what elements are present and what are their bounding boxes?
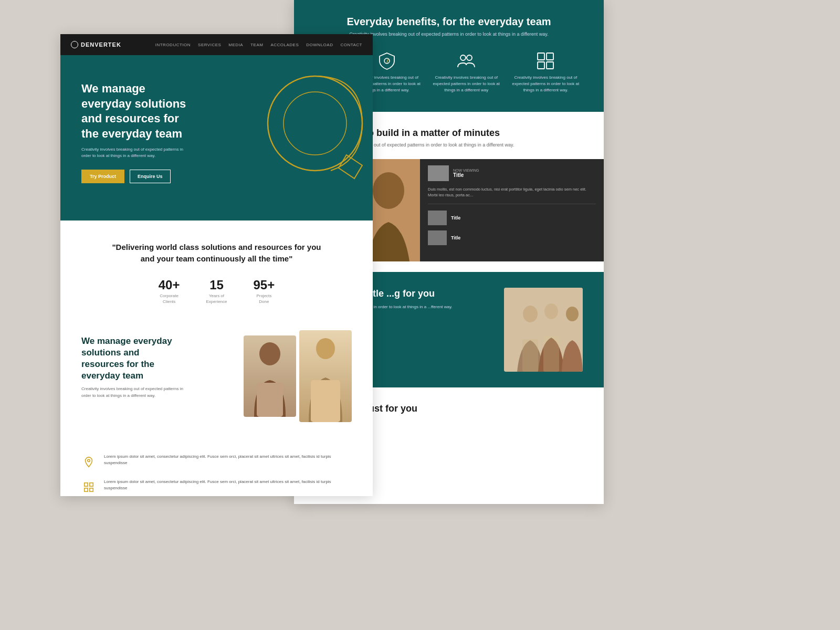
svg-rect-10 — [90, 488, 93, 491]
now-viewing-title: Title — [453, 172, 479, 178]
playlist-item-1-title: Title — [451, 215, 460, 220]
stat-experience-label1: Years of — [206, 293, 227, 298]
hero-subtitle: Creativity involves breaking out of expe… — [81, 146, 192, 159]
hero-title: We manage everyday solutions and resourc… — [81, 81, 197, 141]
logo-text: DENVERTEK — [81, 41, 121, 48]
svg-rect-8 — [90, 482, 93, 486]
nav-download[interactable]: DOWNLOAD — [306, 43, 333, 47]
stat-experience: 15 Years of Experience — [206, 278, 227, 304]
benefits-title: Everyday benefits, for the everyday team — [315, 16, 583, 28]
playlist-item-1[interactable]: Title — [428, 211, 596, 225]
stat-projects-number: 95+ — [254, 278, 275, 292]
svg-rect-3 — [257, 383, 283, 417]
person-silhouette-2 — [299, 330, 352, 422]
svg-rect-5 — [311, 380, 340, 422]
team-section: We manage everyday solutions and resourc… — [60, 320, 373, 443]
hero-buttons: Try Product Enquire Us — [81, 170, 352, 183]
svg-rect-21 — [547, 62, 553, 69]
stat-clients-label1: Corporate — [159, 293, 180, 298]
playlist-now-viewing: NOW VIEWING Title — [428, 165, 596, 181]
svg-point-17 — [467, 55, 472, 60]
stat-projects-label1: Projects — [254, 293, 275, 298]
nav-services[interactable]: SERVICES — [198, 43, 221, 47]
svg-point-23 — [373, 172, 404, 209]
team-text: We manage everyday solutions and resourc… — [81, 335, 228, 400]
nav-accolades[interactable]: ACCOLADES — [270, 43, 299, 47]
quote-section: "Delivering world class solutions and re… — [60, 220, 373, 320]
playlist-item-2[interactable]: Title — [428, 230, 596, 245]
video-playlist: NOW VIEWING Title Duis mollis, est non c… — [420, 159, 604, 261]
playlist-item-1-thumb — [428, 211, 447, 225]
stat-experience-label2: Experience — [206, 299, 227, 304]
svg-rect-30 — [522, 339, 538, 372]
svg-point-6 — [88, 459, 90, 461]
playlist-description: Duis mollis, est non commodo luctus, nis… — [428, 186, 596, 204]
logo-icon — [71, 41, 78, 48]
grid-icon — [81, 480, 96, 495]
team-subtitle: Creativity involves breaking out of expe… — [81, 386, 186, 400]
team-title: We manage everyday solutions and resourc… — [81, 335, 176, 382]
stat-projects: 95+ Projects Done — [254, 278, 275, 304]
playlist-item-2-title: Title — [451, 235, 460, 240]
stat-projects-label2: Done — [254, 299, 275, 304]
dashboard-icon — [536, 51, 555, 70]
svg-rect-20 — [538, 62, 544, 69]
quote-text: "Delivering world class solutions and re… — [112, 242, 322, 265]
nav-contact[interactable]: CONTACT — [340, 43, 362, 47]
hero-section: We manage everyday solutions and resourc… — [60, 55, 373, 220]
stat-experience-number: 15 — [206, 278, 227, 292]
prepared-people-image — [504, 288, 583, 372]
logo: DENVERTEK — [71, 41, 121, 48]
stat-clients-label2: Clients — [159, 299, 180, 304]
features-section: Lorem ipsum dolor sit amet, consectetur … — [60, 443, 373, 497]
feature-row-1: Lorem ipsum dolor sit amet, consectetur … — [81, 454, 352, 469]
playlist-now-thumb — [428, 165, 449, 181]
svg-point-2 — [259, 342, 280, 365]
stat-clients-number: 40+ — [159, 278, 180, 292]
playlist-item-2-thumb — [428, 230, 447, 245]
svg-rect-9 — [85, 488, 88, 491]
feature-text-2: Lorem ipsum dolor sit amet, consectetur … — [104, 479, 352, 492]
feature-row-2: Lorem ipsum dolor sit amet, consectetur … — [81, 479, 352, 495]
prepared-image — [504, 288, 583, 372]
svg-point-1 — [284, 92, 346, 155]
svg-rect-31 — [543, 336, 559, 372]
now-viewing-label: NOW VIEWING — [453, 169, 479, 172]
navbar: DENVERTEK INTRODUCTION SERVICES MEDIA TE… — [60, 34, 373, 55]
svg-rect-19 — [547, 53, 553, 60]
left-browser-window: DENVERTEK INTRODUCTION SERVICES MEDIA TE… — [60, 34, 373, 496]
person-silhouette-1 — [244, 335, 296, 417]
enquire-button[interactable]: Enquire Us — [130, 170, 171, 183]
benefit-desc-2: Creativity involves breaking out of expe… — [429, 75, 503, 93]
benefit-item-3: Creativity involves breaking out of expe… — [509, 51, 583, 93]
stats-row: 40+ Corporate Clients 15 Years of Experi… — [92, 278, 341, 304]
benefit-desc-3: Creativity involves breaking out of expe… — [509, 75, 583, 93]
try-product-button[interactable]: Try Product — [81, 170, 124, 183]
svg-point-4 — [316, 338, 335, 359]
people-icon — [457, 51, 476, 70]
playlist-now-info: NOW VIEWING Title — [453, 169, 479, 178]
nav-media[interactable]: MEDIA — [228, 43, 243, 47]
benefit-item-2: Creativity involves breaking out of expe… — [429, 51, 503, 93]
svg-point-16 — [460, 55, 466, 60]
svg-point-28 — [544, 303, 558, 319]
stat-clients: 40+ Corporate Clients — [159, 278, 180, 304]
team-images — [244, 335, 352, 427]
team-image-2 — [299, 330, 352, 422]
location-icon — [81, 455, 96, 469]
nav-introduction[interactable]: INTRODUCTION — [155, 43, 191, 47]
nav-team[interactable]: TEAM — [250, 43, 263, 47]
nav-links: INTRODUCTION SERVICES MEDIA TEAM ACCOLAD… — [155, 43, 362, 47]
svg-rect-18 — [538, 53, 544, 60]
svg-point-29 — [566, 307, 579, 321]
svg-rect-7 — [85, 482, 88, 486]
shield-check-icon — [377, 51, 396, 70]
svg-point-27 — [523, 306, 538, 322]
team-image-1 — [244, 335, 296, 417]
feature-text-1: Lorem ipsum dolor sit amet, consectetur … — [104, 454, 352, 467]
